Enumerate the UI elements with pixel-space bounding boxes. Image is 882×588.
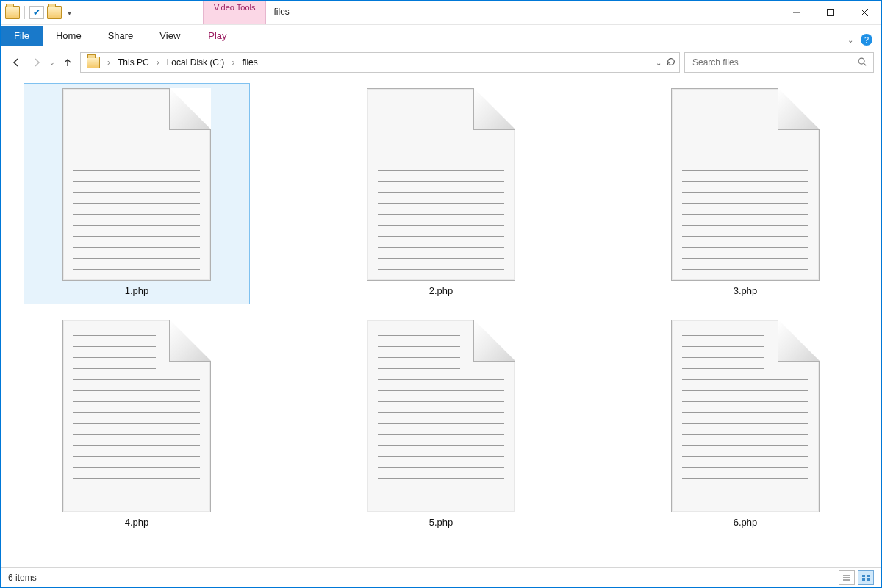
file-name: 3.php xyxy=(634,285,856,296)
svg-line-5 xyxy=(864,63,867,65)
document-icon xyxy=(62,88,211,281)
item-count: 6 items xyxy=(8,573,37,583)
minimize-button[interactable] xyxy=(780,1,814,24)
breadcrumb-drive[interactable]: Local Disk (C:) xyxy=(164,56,228,69)
forward-button[interactable] xyxy=(29,54,45,71)
close-button[interactable] xyxy=(847,1,881,24)
document-icon xyxy=(62,320,211,512)
separator xyxy=(79,6,79,19)
window-title: files xyxy=(266,1,296,24)
recent-locations-caret[interactable]: ⌄ xyxy=(49,59,55,66)
file-item[interactable]: 5.php xyxy=(328,315,554,536)
breadcrumb-separator: › xyxy=(104,56,113,69)
status-bar: 6 items xyxy=(1,567,881,587)
breadcrumb-separator: › xyxy=(229,56,237,69)
file-item[interactable]: 3.php xyxy=(632,83,858,304)
file-name: 6.php xyxy=(634,517,856,528)
contextual-tab-group: Video Tools xyxy=(203,1,266,24)
help-icon[interactable]: ? xyxy=(861,34,872,46)
document-icon xyxy=(367,88,515,281)
file-item[interactable]: 2.php xyxy=(328,83,554,304)
back-button[interactable] xyxy=(8,54,24,71)
breadcrumb-folder[interactable]: files xyxy=(239,56,260,69)
document-icon xyxy=(671,88,820,281)
file-item[interactable]: 6.php xyxy=(632,315,858,536)
svg-rect-10 xyxy=(867,575,870,577)
file-name: 1.php xyxy=(26,285,248,296)
contextual-tab-group-label: Video Tools xyxy=(214,3,255,12)
file-tab[interactable]: File xyxy=(1,26,43,46)
separator xyxy=(24,6,25,19)
new-folder-icon[interactable] xyxy=(47,6,62,19)
document-icon xyxy=(367,320,515,512)
file-name: 4.php xyxy=(26,517,248,528)
address-caret-icon[interactable]: ⌄ xyxy=(656,59,662,67)
file-item[interactable]: 4.php xyxy=(24,315,250,536)
svg-rect-9 xyxy=(862,575,865,577)
tab-share[interactable]: Share xyxy=(95,26,147,46)
file-item[interactable]: 1.php xyxy=(24,83,250,304)
tab-view[interactable]: View xyxy=(146,26,193,46)
ribbon-expand-caret[interactable]: ⌄ xyxy=(847,36,853,44)
svg-rect-1 xyxy=(828,10,834,16)
folder-icon[interactable] xyxy=(5,6,20,19)
search-box[interactable] xyxy=(684,52,874,73)
refresh-icon[interactable] xyxy=(666,57,676,69)
quick-access-toolbar: ✔ ▾ xyxy=(1,1,85,24)
search-icon[interactable] xyxy=(857,57,867,69)
large-icons-view-button[interactable] xyxy=(858,570,874,585)
window-controls xyxy=(780,1,881,24)
up-button[interactable] xyxy=(60,54,76,71)
titlebar: ✔ ▾ Video Tools files xyxy=(1,1,881,25)
folder-icon xyxy=(87,57,100,68)
ribbon-tabs: File Home Share View Play ⌄ ? xyxy=(1,25,881,46)
svg-rect-12 xyxy=(867,578,870,581)
details-view-button[interactable] xyxy=(839,570,855,585)
navigation-bar: ⌄ › This PC › Local Disk (C:) › files ⌄ xyxy=(1,46,881,79)
breadcrumb-this-pc[interactable]: This PC xyxy=(115,56,152,69)
svg-rect-11 xyxy=(862,578,865,581)
file-name: 5.php xyxy=(330,517,552,528)
svg-point-4 xyxy=(858,58,864,64)
breadcrumb-separator: › xyxy=(154,56,162,69)
search-input[interactable] xyxy=(691,57,857,68)
properties-icon[interactable]: ✔ xyxy=(29,6,44,19)
file-name: 2.php xyxy=(330,285,552,296)
view-toggle xyxy=(839,570,874,585)
explorer-window: ✔ ▾ Video Tools files File Home Share Vi… xyxy=(0,0,882,588)
tab-play[interactable]: Play xyxy=(193,26,241,46)
tab-home[interactable]: Home xyxy=(43,26,95,46)
document-icon xyxy=(671,320,820,512)
maximize-button[interactable] xyxy=(814,1,847,24)
qat-customize-caret[interactable]: ▾ xyxy=(65,9,74,17)
address-bar[interactable]: › This PC › Local Disk (C:) › files ⌄ xyxy=(80,52,680,73)
file-pane[interactable]: 1.php2.php3.php4.php5.php6.php xyxy=(1,79,881,567)
